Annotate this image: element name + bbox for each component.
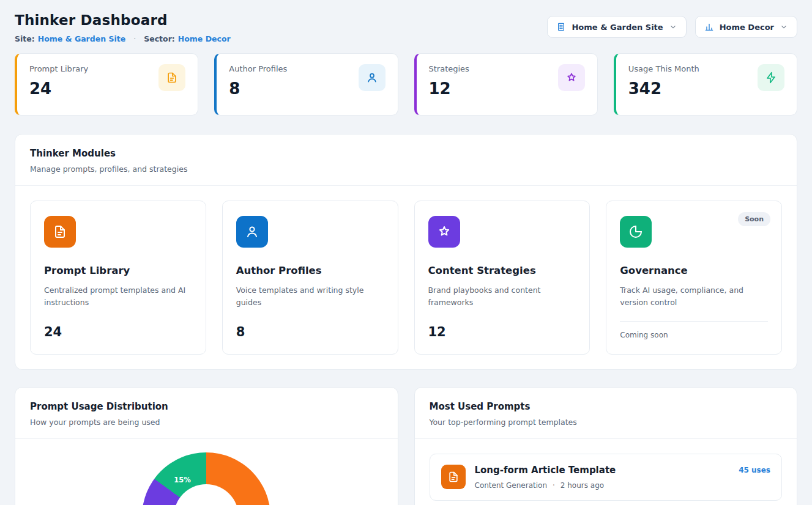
sector-selector-label: Home Decor	[720, 23, 774, 32]
coming-soon-note: Coming soon	[620, 321, 768, 339]
stat-value: 342	[628, 79, 699, 98]
module-title: Content Strategies	[428, 265, 576, 276]
prompts-panel-head: Most Used Prompts Your top-performing pr…	[415, 388, 797, 439]
prompt-item-meta: Content Generation · 2 hours ago	[475, 481, 616, 490]
prompt-item-title: Long-form Article Template	[475, 465, 616, 476]
stat-label: Usage This Month	[628, 64, 699, 73]
prompt-item-uses-badge: 45 uses	[739, 465, 770, 474]
stat-main: Author Profiles 8	[229, 64, 287, 98]
module-description: Brand playbooks and content frameworks	[428, 284, 576, 309]
dashboard-page: Thinker Dashboard Site: Home & Garden Si…	[0, 0, 812, 505]
sector-selector[interactable]: Home Decor	[695, 16, 797, 38]
prompt-item-main: Long-form Article Template Content Gener…	[475, 465, 616, 490]
stat-card-strategies: Strategies 12	[414, 53, 598, 116]
sector-label: Sector:	[144, 34, 175, 43]
module-count: 8	[236, 325, 384, 339]
star-icon	[558, 64, 585, 91]
site-label: Site:	[15, 34, 35, 43]
soon-badge: Soon	[738, 212, 770, 226]
chevron-down-icon	[669, 23, 677, 31]
module-card-content-strategies[interactable]: Content Strategies Brand playbooks and c…	[414, 201, 590, 355]
stat-main: Usage This Month 342	[628, 64, 699, 98]
modules-subtitle: Manage prompts, profiles, and strategies	[30, 164, 782, 174]
module-title: Prompt Library	[44, 265, 192, 276]
document-icon	[441, 465, 466, 489]
usage-distribution-panel: Prompt Usage Distribution How your promp…	[15, 387, 398, 505]
lightning-icon	[758, 64, 784, 91]
module-description: Centralized prompt templates and AI inst…	[44, 284, 192, 309]
donut-chart: 15%	[142, 452, 270, 505]
stat-card-prompt-library: Prompt Library 24	[15, 53, 198, 116]
document-icon	[158, 64, 185, 91]
prompt-item-category: Content Generation	[475, 481, 547, 490]
usage-subtitle: How your prompts are being used	[30, 418, 383, 427]
site-link[interactable]: Home & Garden Site	[38, 34, 125, 43]
breadcrumb: Site: Home & Garden Site · Sector: Home …	[15, 34, 231, 43]
stat-card-author-profiles: Author Profiles 8	[214, 53, 398, 116]
most-used-prompts-panel: Most Used Prompts Your top-performing pr…	[414, 387, 798, 505]
stat-label: Prompt Library	[29, 64, 88, 73]
usage-panel-head: Prompt Usage Distribution How your promp…	[15, 388, 398, 439]
module-count: 24	[44, 325, 192, 339]
stat-value: 24	[29, 79, 88, 98]
building-icon	[556, 22, 566, 32]
prompts-title: Most Used Prompts	[430, 401, 783, 412]
stat-main: Strategies 12	[429, 64, 469, 98]
meta-dot: ·	[553, 481, 555, 490]
stats-row: Prompt Library 24 Author Profiles 8 Stra…	[15, 53, 797, 116]
prompts-subtitle: Your top-performing prompt templates	[430, 418, 783, 427]
chart-area: 15%	[15, 439, 398, 505]
module-card-prompt-library[interactable]: Prompt Library Centralized prompt templa…	[30, 201, 206, 355]
stat-value: 8	[229, 79, 287, 98]
chevron-down-icon	[780, 23, 788, 31]
document-icon	[44, 216, 76, 248]
module-description: Voice templates and writing style guides	[236, 284, 384, 309]
heading-block: Thinker Dashboard Site: Home & Garden Si…	[15, 12, 231, 43]
modules-grid: Prompt Library Centralized prompt templa…	[15, 186, 797, 369]
page-title: Thinker Dashboard	[15, 12, 231, 28]
donut-segment-label: 15%	[174, 476, 191, 484]
person-icon	[236, 216, 268, 248]
bar-chart-icon	[704, 22, 714, 32]
site-selector[interactable]: Home & Garden Site	[547, 16, 686, 38]
stat-label: Author Profiles	[229, 64, 287, 73]
list-item[interactable]: Long-form Article Template Content Gener…	[430, 454, 783, 501]
stat-value: 12	[429, 79, 469, 98]
pie-chart-icon	[620, 216, 652, 248]
prompt-list: Long-form Article Template Content Gener…	[415, 439, 797, 505]
module-title: Governance	[620, 265, 768, 276]
module-title: Author Profiles	[236, 265, 384, 276]
sector-link[interactable]: Home Decor	[178, 34, 231, 43]
module-card-author-profiles[interactable]: Author Profiles Voice templates and writ…	[222, 201, 398, 355]
topbar: Thinker Dashboard Site: Home & Garden Si…	[15, 12, 797, 43]
module-card-governance[interactable]: Soon Governance Track AI usage, complian…	[606, 201, 782, 355]
module-count: 12	[428, 325, 576, 339]
modules-panel-head: Thinker Modules Manage prompts, profiles…	[15, 135, 797, 186]
modules-title: Thinker Modules	[30, 148, 782, 159]
person-icon	[359, 64, 386, 91]
stat-main: Prompt Library 24	[29, 64, 88, 98]
bottom-row: Prompt Usage Distribution How your promp…	[15, 387, 797, 505]
site-selector-label: Home & Garden Site	[572, 23, 663, 32]
stat-card-usage: Usage This Month 342	[614, 53, 797, 116]
usage-title: Prompt Usage Distribution	[30, 401, 383, 412]
prompt-item-time: 2 hours ago	[561, 481, 604, 490]
star-icon	[428, 216, 460, 248]
breadcrumb-dot: ·	[133, 34, 136, 43]
module-description: Track AI usage, compliance, and version …	[620, 284, 768, 309]
selectors: Home & Garden Site Home Decor	[547, 16, 797, 38]
stat-label: Strategies	[429, 64, 469, 73]
thinker-modules-panel: Thinker Modules Manage prompts, profiles…	[15, 134, 797, 370]
